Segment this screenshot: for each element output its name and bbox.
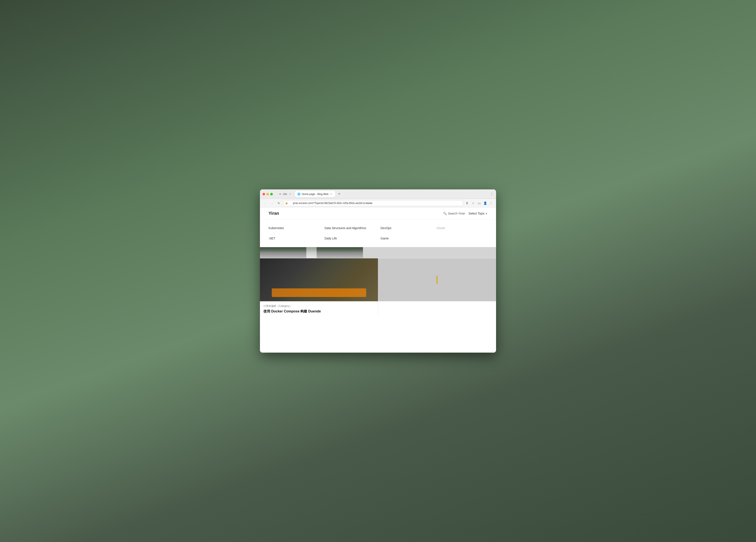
address-input[interactable]: 🔒 yiran.evrane.com/?TopicId=9623ab76-d02… xyxy=(283,200,463,206)
topic-devops[interactable]: DevOps xyxy=(381,224,431,231)
tab-2-label: Home page - Blog.Web xyxy=(302,193,329,196)
topic-data-structures[interactable]: Data Structures and Algorithms xyxy=(325,224,375,231)
article-card-3[interactable] xyxy=(378,258,496,317)
lock-icon: 🔒 xyxy=(285,202,288,204)
topic-daily-life[interactable]: Daily Life xyxy=(325,235,375,242)
article-card-2[interactable]: 计算机编程（Category） 使用 Docker Compose 构建 Due… xyxy=(260,258,378,317)
article-2-title: 使用 Docker Compose 构建 Duende xyxy=(263,309,375,314)
page-content: Yiran 🔍 Search Yiran Select Topic ∨ Kube… xyxy=(260,207,496,353)
select-topic-label: Select Topic xyxy=(469,212,485,215)
browser-window: ✏ title ✕ 🌐 Home page - Blog.Web ✕ + ⋮ ←… xyxy=(260,189,496,353)
more-icon[interactable]: ⋮ xyxy=(489,201,493,205)
article-3-image xyxy=(378,258,496,301)
back-button[interactable]: ← xyxy=(263,200,268,206)
topic-dropdown: Kubernetes Data Structures and Algorithm… xyxy=(260,219,496,247)
tab-bar: ✏ title ✕ 🌐 Home page - Blog.Web ✕ + xyxy=(276,191,488,197)
profile-icon[interactable]: 👤 xyxy=(483,201,487,205)
tab-2-close[interactable]: ✕ xyxy=(330,193,333,196)
new-tab-button[interactable]: + xyxy=(336,191,342,197)
article-2-category: 计算机编程（Category） xyxy=(263,304,375,308)
tab-1-close[interactable]: ✕ xyxy=(288,193,291,196)
site-logo[interactable]: Yiran xyxy=(269,211,279,216)
article-3-body xyxy=(378,301,496,309)
topic-dotnet[interactable]: .NET xyxy=(269,235,319,242)
browser-menu-icon[interactable]: ⋮ xyxy=(490,192,493,196)
chevron-down-icon: ∨ xyxy=(486,212,487,215)
address-bar: ← → ↻ 🔒 yiran.evrane.com/?TopicId=9623ab… xyxy=(260,199,496,207)
article-2-image xyxy=(260,258,378,301)
dropdown-grid: Kubernetes Data Structures and Algorithm… xyxy=(269,224,487,242)
select-topic-button[interactable]: Select Topic ∨ xyxy=(469,212,487,215)
topic-oauth[interactable]: OAuth xyxy=(437,224,487,231)
loading-indicator xyxy=(437,276,437,284)
site-nav: Yiran 🔍 Search Yiran Select Topic ∨ xyxy=(260,207,496,219)
tab-2-favicon: 🌐 xyxy=(298,193,301,196)
share-icon[interactable]: ⬆ xyxy=(465,201,469,205)
url-text: yiran.evrane.com/?TopicId=9623ab76-d02c-… xyxy=(293,202,372,205)
search-button[interactable]: 🔍 Search Yiran xyxy=(443,212,465,215)
article-2-body: 计算机编程（Category） 使用 Docker Compose 构建 Due… xyxy=(260,301,378,317)
title-bar: ✏ title ✕ 🌐 Home page - Blog.Web ✕ + ⋮ xyxy=(260,189,496,199)
tab-2[interactable]: 🌐 Home page - Blog.Web ✕ xyxy=(295,191,335,197)
topic-game[interactable]: Game xyxy=(381,235,431,242)
nav-right: 🔍 Search Yiran Select Topic ∨ xyxy=(443,212,487,215)
tab-1-label: title xyxy=(283,193,287,196)
tab-1-favicon: ✏ xyxy=(279,193,282,196)
cards-row: 计算机编程（Category） 使用 Docker Compose 构建 Due… xyxy=(260,258,496,317)
refresh-button[interactable]: ↻ xyxy=(276,200,281,206)
bookmark-icon[interactable]: ☆ xyxy=(471,201,475,205)
traffic-lights xyxy=(263,193,273,195)
sidebar-icon[interactable]: ▭ xyxy=(477,201,481,205)
minimize-button[interactable] xyxy=(266,193,269,195)
search-icon: 🔍 xyxy=(443,212,447,215)
topic-kubernetes[interactable]: Kubernetes xyxy=(269,224,319,231)
close-button[interactable] xyxy=(263,193,265,195)
address-actions: ⬆ ☆ ▭ 👤 ⋮ xyxy=(465,201,493,205)
forward-button[interactable]: → xyxy=(269,200,275,206)
search-label: Search Yiran xyxy=(448,212,465,215)
maximize-button[interactable] xyxy=(270,193,273,195)
tab-1[interactable]: ✏ title ✕ xyxy=(276,191,294,197)
